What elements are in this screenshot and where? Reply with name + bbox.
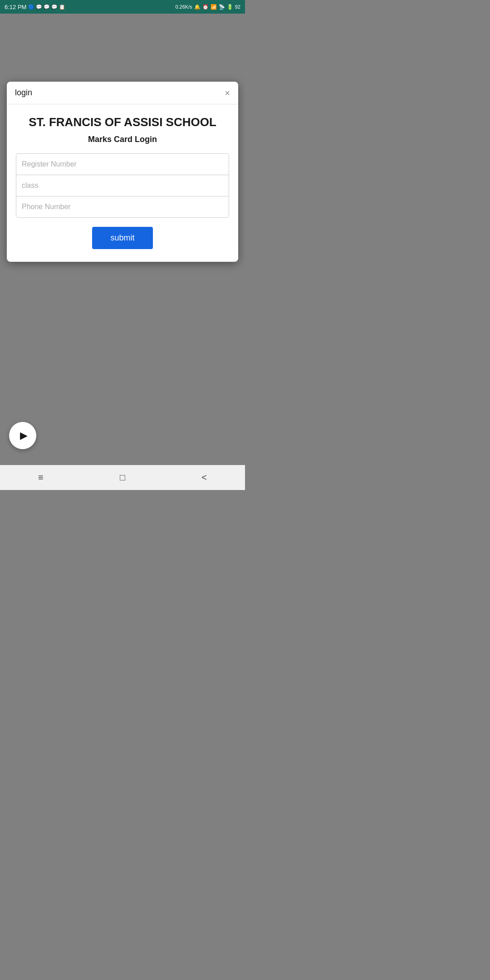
app-icon: 📋 — [59, 4, 65, 10]
status-bar: 6:12 PM 🔵 💬 💬 💬 📋 0.26K/s 🔔 ⏰ 📶 📡 🔋 92 — [0, 0, 245, 14]
battery-level: 92 — [235, 4, 240, 10]
login-subtitle: Marks Card Login — [88, 135, 157, 144]
status-icons: 🔵 💬 💬 💬 📋 — [28, 4, 65, 10]
status-bar-right: 0.26K/s 🔔 ⏰ 📶 📡 🔋 92 — [175, 4, 240, 10]
home-nav-icon[interactable]: □ — [120, 472, 125, 483]
back-nav-icon[interactable]: < — [201, 472, 207, 483]
alarm-icon: ⏰ — [202, 4, 209, 10]
status-bar-left: 6:12 PM 🔵 💬 💬 💬 📋 — [5, 4, 65, 10]
dialog-header: login × — [7, 82, 238, 104]
login-dialog: login × ST. FRANCIS OF ASSISI SCHOOL Mar… — [7, 82, 238, 262]
input-group — [16, 153, 229, 218]
signal-icon: 📡 — [219, 4, 225, 10]
wifi-icon: 📶 — [211, 4, 217, 10]
fab-button[interactable]: ▶ — [9, 422, 36, 449]
network-speed: 0.26K/s — [175, 4, 192, 10]
status-time: 6:12 PM — [5, 4, 26, 10]
menu-nav-icon[interactable]: ≡ — [38, 472, 44, 483]
school-name: ST. FRANCIS OF ASSISI SCHOOL — [29, 115, 216, 129]
close-button[interactable]: × — [225, 88, 230, 98]
notification-icon: 🔵 — [28, 4, 34, 10]
battery-icon: 🔋 — [227, 4, 233, 10]
register-number-input[interactable] — [16, 154, 229, 175]
dialog-body: ST. FRANCIS OF ASSISI SCHOOL Marks Card … — [7, 104, 238, 262]
fab-icon: ▶ — [20, 430, 28, 441]
background: login × ST. FRANCIS OF ASSISI SCHOOL Mar… — [0, 14, 245, 490]
whatsapp-icon-2: 💬 — [44, 4, 50, 10]
dialog-title: login — [15, 88, 32, 98]
class-input[interactable] — [16, 175, 229, 196]
navigation-bar: ≡ □ < — [0, 465, 245, 490]
whatsapp-icon-3: 💬 — [51, 4, 58, 10]
submit-button[interactable]: submit — [92, 227, 152, 249]
phone-number-input[interactable] — [16, 196, 229, 217]
bell-icon: 🔔 — [194, 4, 201, 10]
whatsapp-icon-1: 💬 — [36, 4, 42, 10]
